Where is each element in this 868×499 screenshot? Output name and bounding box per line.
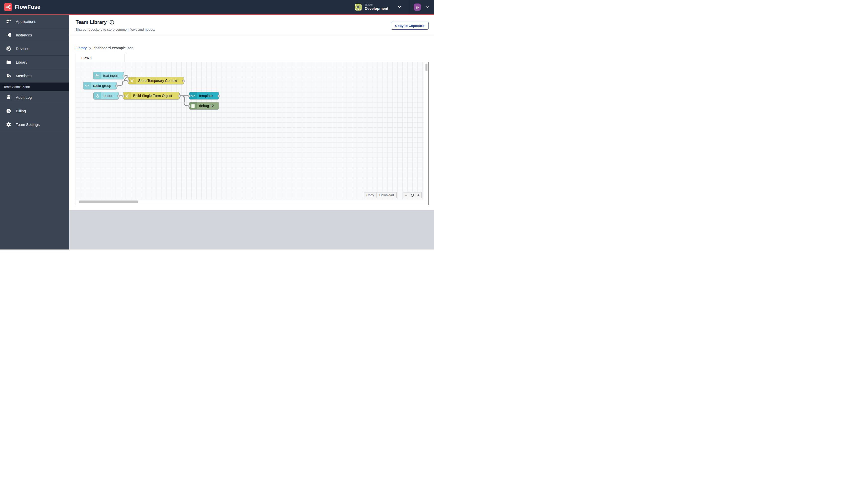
sidebar-item-applications[interactable]: Applications	[0, 15, 69, 28]
copy-to-clipboard-button[interactable]: Copy to Clipboard	[391, 22, 429, 30]
sidebar-item-library[interactable]: Library	[0, 56, 69, 69]
flow-node-build-single-form-object[interactable]: Build Single Form Object	[123, 92, 179, 99]
node-port-in[interactable]	[188, 105, 191, 107]
tab-flow-1[interactable]: Flow 1	[76, 54, 125, 62]
flow-node-radio-group[interactable]: </>radio-group	[83, 82, 117, 89]
abc-icon: abc	[94, 72, 101, 79]
billing-icon: $	[6, 108, 11, 113]
sidebar-item-members[interactable]: Members	[0, 69, 69, 83]
breadcrumb: Library dashboard-example.json	[76, 46, 133, 50]
sidebar: Applications Instances Devices Library M…	[0, 15, 69, 250]
node-port-in[interactable]	[122, 95, 125, 97]
flow-node-store-temporary-context[interactable]: Store Temporary Context	[128, 77, 184, 84]
top-navigation-bar: FlowFuse TE	[0, 0, 434, 15]
pointer-icon	[94, 92, 101, 99]
flow-node-text-input[interactable]: abctext-input	[93, 72, 124, 80]
vertical-scrollbar[interactable]	[425, 63, 427, 71]
sidebar-item-team-settings[interactable]: Team Settings	[0, 118, 69, 131]
zoom-in-button[interactable]: +	[416, 193, 421, 198]
chevron-right-icon	[89, 47, 91, 49]
chevron-down-icon	[398, 5, 401, 9]
instances-icon	[6, 33, 11, 38]
brand-name: FlowFuse	[15, 4, 40, 10]
sidebar-item-label: Team Settings	[16, 122, 40, 126]
horizontal-scrollbar[interactable]	[78, 200, 138, 203]
sidebar-item-devices[interactable]: Devices	[0, 42, 69, 56]
flowfuse-logo-icon	[4, 3, 12, 11]
node-label: Store Temporary Context	[136, 77, 184, 84]
node-port-out[interactable]	[123, 75, 125, 77]
sidebar-item-label: Audit Log	[16, 95, 32, 99]
flow-canvas[interactable]: abctext-input</>radio-groupStore Tempora…	[76, 62, 429, 205]
zoom-reset-button[interactable]	[409, 193, 416, 198]
breadcrumb-library-link[interactable]: Library	[76, 46, 87, 50]
canvas-copy-button[interactable]: Copy	[364, 193, 377, 198]
page-background	[69, 210, 434, 250]
breadcrumb-current-file: dashboard-example.json	[94, 46, 133, 50]
main-content: Team Library Shared repository to store …	[69, 15, 434, 250]
node-port-out[interactable]	[117, 95, 120, 97]
node-label: text-input	[101, 72, 124, 79]
node-port-out[interactable]	[218, 95, 220, 97]
team-name: Development	[365, 6, 388, 11]
code-icon: </>	[83, 82, 91, 89]
node-port-out[interactable]	[115, 85, 118, 87]
sidebar-item-billing[interactable]: $ Billing	[0, 104, 69, 118]
sidebar-item-instances[interactable]: Instances	[0, 28, 69, 42]
audit-log-icon	[6, 95, 11, 100]
node-label: Build Single Form Object	[131, 92, 179, 99]
team-admin-zone-header: Team Admin Zone	[0, 83, 69, 91]
node-label: debug 12	[197, 102, 219, 109]
zoom-out-button[interactable]: −	[404, 193, 409, 198]
team-settings-icon	[6, 122, 11, 127]
node-label: radio-group	[91, 82, 116, 89]
sidebar-item-label: Members	[16, 74, 32, 78]
canvas-export-buttons: Copy Download	[364, 192, 397, 198]
user-avatar: jp	[414, 3, 421, 11]
node-port-in[interactable]	[188, 95, 191, 97]
page-header: Team Library Shared repository to store …	[69, 15, 434, 35]
node-port-out[interactable]	[182, 80, 185, 82]
node-label: template	[197, 92, 219, 99]
team-selector[interactable]: TEAM: Development	[352, 3, 406, 11]
node-port-in[interactable]	[127, 80, 129, 82]
sidebar-item-label: Instances	[16, 33, 32, 37]
node-label: button	[101, 92, 119, 99]
chevron-down-icon	[425, 5, 429, 9]
sidebar-item-label: Applications	[16, 19, 36, 24]
brand[interactable]: FlowFuse	[0, 3, 40, 11]
zoom-reset-icon	[411, 194, 414, 197]
sidebar-item-label: Library	[16, 60, 27, 64]
zoom-controls: − +	[403, 192, 422, 198]
svg-text:$: $	[8, 109, 10, 113]
user-menu[interactable]: jp	[410, 3, 431, 11]
node-port-out[interactable]	[178, 95, 181, 97]
members-icon	[6, 73, 11, 78]
team-avatar	[355, 4, 362, 11]
page-subtitle: Shared repository to store common flows …	[76, 28, 155, 32]
flow-node-template[interactable]: </>template	[189, 92, 219, 99]
sidebar-item-label: Billing	[16, 109, 26, 113]
flow-node-button[interactable]: button	[94, 92, 119, 99]
sidebar-item-audit-log[interactable]: Audit Log	[0, 91, 69, 104]
canvas-download-button[interactable]: Download	[377, 193, 396, 198]
library-icon	[6, 60, 11, 65]
sidebar-item-label: Devices	[16, 47, 29, 51]
applications-icon	[6, 19, 11, 24]
devices-icon	[6, 46, 11, 51]
flow-node-debug-12[interactable]: debug 12	[189, 102, 219, 110]
team-label: TEAM:	[365, 3, 388, 7]
page-title: Team Library	[76, 19, 107, 25]
info-icon[interactable]	[110, 20, 114, 25]
